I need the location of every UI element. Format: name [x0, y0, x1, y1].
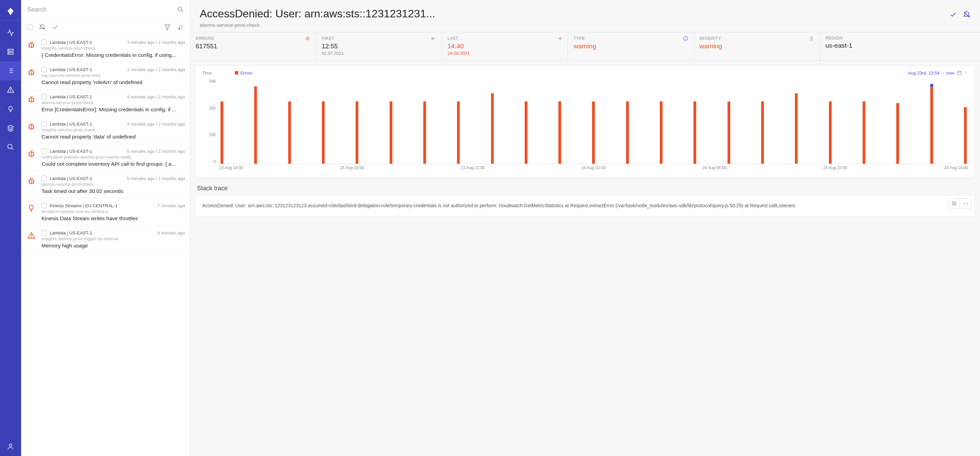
svg-point-11 [11, 91, 11, 92]
select-all-checkbox[interactable] [27, 24, 33, 30]
item-service: Lambda | US-EAST-1 [50, 94, 92, 99]
chart-bar[interactable] [457, 102, 460, 164]
chart-bar[interactable] [322, 102, 325, 164]
mute-button[interactable] [963, 11, 970, 18]
chart-bar[interactable] [390, 102, 392, 164]
svg-line-98 [309, 39, 309, 40]
chart-bar[interactable] [525, 102, 527, 164]
chart-bar[interactable] [592, 102, 595, 164]
issue-item[interactable]: Lambda | US-EAST-1 3 minutes ago / 2 mon… [21, 35, 190, 63]
sort-icon[interactable] [177, 24, 184, 31]
search-input[interactable] [27, 6, 177, 13]
chart-bar[interactable] [558, 102, 561, 164]
detail-panel: AccessDenied: User: arn:aws:sts::1231231… [190, 0, 980, 456]
item-checkbox[interactable] [41, 67, 47, 72]
nav-activity[interactable] [0, 23, 21, 42]
item-icon [24, 40, 38, 58]
item-service: Lambda | US-EAST-1 [50, 67, 92, 72]
nav-alerts[interactable] [0, 80, 21, 99]
item-service: Lambda | US-EAST-1 [50, 40, 92, 45]
chart-bar[interactable] [829, 102, 832, 164]
chart-bar[interactable] [727, 102, 730, 164]
chart-bar[interactable] [694, 102, 696, 164]
bug-icon [305, 36, 310, 41]
item-checkbox[interactable] [41, 121, 47, 127]
svg-point-87 [29, 205, 33, 209]
item-checkbox[interactable] [41, 230, 47, 235]
svg-rect-113 [953, 202, 955, 205]
chart-bar[interactable] [288, 102, 291, 164]
svg-line-39 [28, 71, 30, 71]
svg-line-70 [33, 153, 34, 153]
chart-bar[interactable] [626, 102, 629, 164]
nav-insights[interactable] [0, 99, 21, 118]
item-icon [24, 176, 38, 194]
logo[interactable] [0, 3, 21, 21]
copy-button[interactable] [948, 199, 960, 208]
chart-bar[interactable] [964, 107, 967, 164]
code-button[interactable] [960, 199, 972, 208]
item-checkbox[interactable] [41, 40, 47, 45]
chart-series-legend: Errors [235, 70, 252, 76]
svg-line-95 [306, 38, 307, 38]
chart-range-picker[interactable]: Aug 23rd, 13:54 → now [908, 70, 968, 76]
nav-layers[interactable] [0, 118, 21, 137]
svg-line-53 [29, 101, 30, 102]
item-checkbox[interactable] [41, 148, 47, 154]
item-resource: alarms-service-prod-check [41, 100, 185, 105]
chart-bar[interactable] [423, 102, 426, 164]
calendar-icon [956, 70, 962, 76]
mute-icon[interactable] [39, 24, 46, 31]
item-checkbox[interactable] [41, 203, 47, 208]
chart-bar[interactable] [660, 102, 662, 164]
filter-icon[interactable] [164, 24, 171, 31]
chart-bar[interactable] [356, 102, 358, 164]
item-service: Lambda | US-EAST-1 [50, 149, 92, 154]
issue-item[interactable]: Lambda | US-EAST-1 3 minutes ago / 2 mon… [21, 63, 190, 90]
list-toolbar [21, 19, 190, 35]
svg-line-30 [33, 44, 34, 44]
issue-item[interactable]: Lambda | US-EAST-1 5 minutes ago / 2 mon… [21, 172, 190, 199]
svg-line-36 [32, 41, 32, 42]
nav-resources[interactable] [0, 42, 21, 61]
issue-item[interactable]: Lambda | US-EAST-1 5 minutes ago / 2 mon… [21, 144, 190, 172]
chart-bar[interactable] [254, 86, 257, 164]
chart-bar[interactable] [896, 103, 899, 164]
resolve-button[interactable] [950, 11, 957, 18]
info-icon [683, 36, 688, 41]
item-time: 5 minutes ago / 2 months ago [127, 149, 185, 154]
stat-severity: SEVERITY warning [694, 32, 820, 60]
issue-item[interactable]: Lambda | US-EAST-1 9 minutes ago insight… [21, 226, 190, 253]
chart-time-label: Time [202, 70, 212, 76]
thermometer-icon [809, 36, 814, 41]
issue-item[interactable]: Lambda | US-EAST-1 4 minutes ago / 2 mon… [21, 117, 190, 144]
svg-line-84 [33, 183, 34, 183]
svg-point-12 [9, 106, 13, 110]
chart-bar[interactable] [930, 86, 933, 164]
item-resource: insights-service-prod-check [41, 46, 185, 51]
detail-title: AccessDenied: User: arn:aws:sts::1231231… [200, 8, 945, 20]
chart-bar[interactable] [221, 102, 223, 164]
item-checkbox[interactable] [41, 94, 47, 99]
chart-bar[interactable] [761, 102, 764, 164]
item-service: Kinesis Streams | EU-CENTRAL-1 [50, 203, 118, 208]
issue-item[interactable]: Lambda | US-EAST-1 4 minutes ago / 2 mon… [21, 90, 190, 117]
resolve-icon[interactable] [52, 24, 59, 31]
search-icon[interactable] [177, 6, 184, 13]
nav-user[interactable] [0, 437, 21, 456]
svg-line-73 [29, 156, 30, 156]
nav-issues[interactable] [0, 61, 21, 80]
item-title: Kinesis Data Stream writes have throttle… [41, 215, 185, 221]
issue-list-panel: Lambda | US-EAST-1 3 minutes ago / 2 mon… [21, 0, 190, 456]
item-checkbox[interactable] [41, 176, 47, 181]
issue-item[interactable]: Kinesis Streams | EU-CENTRAL-1 7 minutes… [21, 199, 190, 226]
nav-search[interactable] [0, 137, 21, 157]
item-time: 7 minutes ago [157, 203, 185, 208]
item-icon [24, 94, 38, 113]
svg-line-63 [29, 128, 30, 129]
chart-bar[interactable] [862, 102, 865, 164]
stat-errors: ERRORS 617551 [190, 32, 316, 60]
svg-line-97 [306, 39, 307, 40]
chart-bar[interactable] [795, 93, 798, 164]
chart-bar[interactable] [491, 93, 494, 164]
